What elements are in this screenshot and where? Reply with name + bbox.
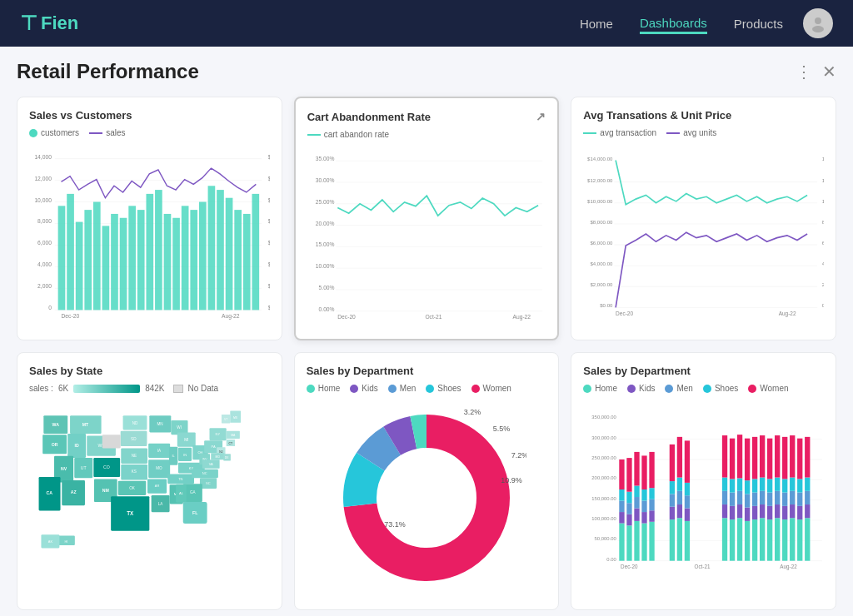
legend-shoes: Shoes [426, 384, 461, 393]
state-nd-nodata [102, 435, 121, 448]
svg-text:KS: KS [132, 469, 137, 474]
avatar[interactable] [803, 8, 833, 38]
dept-bar-legend-home: Home [583, 384, 617, 393]
svg-rect-27 [67, 194, 74, 310]
svg-rect-196 [685, 483, 690, 495]
sales-vs-customers-card: Sales vs Customers customers sales 0 2,0… [17, 97, 282, 340]
sales-vs-customers-area: 0 2,000 4,000 6,000 8,000 10,000 12,000 … [29, 142, 270, 325]
dept-shoes-dot [703, 385, 711, 393]
svg-rect-180 [650, 499, 655, 511]
svg-text:10,000: 10,000 [34, 197, 52, 203]
svg-text:TN: TN [178, 477, 182, 481]
page-actions: ⋮ ✕ [796, 62, 836, 82]
donut-label-men: 7.2% [511, 451, 526, 460]
cart-rate-label: cart abandon rate [324, 130, 389, 139]
svg-text:8.00: 8.00 [822, 220, 824, 225]
svg-rect-187 [670, 445, 675, 481]
svg-rect-182 [650, 452, 655, 488]
svg-text:2.00: 2.00 [822, 282, 824, 287]
svg-rect-184 [670, 507, 675, 519]
svg-rect-224 [760, 504, 765, 518]
header: ⊤ Fien Home Dashboards Products [0, 0, 853, 47]
svg-rect-201 [722, 478, 727, 491]
avg-transactions-legend: avg transaction avg units [583, 128, 824, 137]
svg-rect-202 [722, 435, 727, 478]
legend-avg-transaction: avg transaction [583, 128, 656, 137]
svg-text:MT: MT [82, 422, 89, 427]
svg-text:0.00: 0.00 [822, 303, 824, 308]
legend-cart-rate: cart abandon rate [307, 130, 389, 139]
svg-text:MD: MD [216, 455, 221, 459]
svg-rect-206 [730, 479, 735, 492]
svg-rect-230 [767, 493, 772, 506]
svg-rect-197 [685, 440, 690, 483]
svg-text:Aug-22: Aug-22 [779, 310, 796, 317]
svg-text:NM: NM [102, 488, 109, 493]
nav-products[interactable]: Products [734, 13, 783, 34]
svg-text:OR: OR [52, 442, 58, 447]
sales-by-state-card: Sales by State sales : 6K 842K No Data W… [17, 352, 282, 610]
svg-text:12.00: 12.00 [822, 178, 824, 183]
svg-rect-203 [730, 519, 735, 561]
svg-rect-255 [805, 491, 810, 504]
svg-text:$0: $0 [268, 305, 270, 310]
svg-rect-45 [226, 198, 233, 310]
men-dot [388, 385, 397, 393]
svg-text:20.00%: 20.00% [316, 221, 335, 226]
expand-icon[interactable]: ↗ [536, 110, 546, 123]
svg-text:300,000.00: 300,000.00 [592, 435, 617, 440]
svg-rect-42 [199, 202, 207, 310]
nav-dashboards[interactable]: Dashboards [640, 12, 707, 34]
svg-rect-33 [120, 218, 127, 310]
legend-kids: Kids [350, 384, 377, 393]
svg-text:$200,000: $200,000 [268, 218, 270, 224]
svg-text:Aug-22: Aug-22 [512, 314, 531, 320]
women-dot [471, 385, 480, 393]
svg-rect-226 [760, 478, 765, 491]
svg-text:GA: GA [190, 490, 197, 494]
dept-kids-dot [627, 385, 636, 393]
sales-by-dept-bar-title: Sales by Department [583, 365, 824, 377]
svg-text:NE: NE [132, 454, 137, 458]
logo-text: Fien [41, 12, 78, 34]
svg-text:35.00%: 35.00% [316, 156, 335, 161]
svg-text:FL: FL [192, 510, 198, 515]
svg-rect-234 [775, 504, 780, 518]
svg-text:HI: HI [64, 539, 67, 544]
svg-rect-214 [745, 508, 750, 521]
svg-text:NV: NV [61, 466, 67, 471]
svg-text:LA: LA [158, 502, 164, 506]
dept-bar-legend-kids: Kids [627, 384, 655, 393]
svg-rect-220 [752, 493, 757, 506]
svg-text:TX: TX [127, 510, 134, 516]
home-dot [307, 385, 315, 393]
close-icon[interactable]: ✕ [822, 62, 836, 82]
svg-text:10.00%: 10.00% [316, 263, 335, 269]
dept-home-dot [583, 385, 591, 393]
dept-men-dot [665, 385, 673, 393]
svg-point-1 [812, 26, 824, 32]
kids-dot [350, 385, 358, 393]
legend-home: Home [307, 384, 341, 393]
svg-rect-215 [745, 494, 750, 507]
svg-rect-233 [775, 518, 780, 560]
svg-rect-36 [146, 194, 153, 310]
nav-home[interactable]: Home [580, 13, 613, 34]
svg-rect-243 [790, 518, 795, 560]
svg-rect-166 [627, 492, 632, 504]
svg-rect-242 [782, 437, 787, 479]
donut-center [380, 451, 473, 544]
more-options-icon[interactable]: ⋮ [796, 62, 812, 82]
svg-rect-219 [752, 506, 757, 519]
customers-label: customers [41, 128, 79, 137]
svg-rect-193 [685, 521, 690, 561]
svg-rect-28 [76, 222, 83, 310]
svg-text:50,000.00: 50,000.00 [595, 536, 617, 541]
svg-text:$14,000.00: $14,000.00 [587, 156, 613, 161]
svg-text:MN: MN [157, 422, 162, 426]
svg-text:Dec-20: Dec-20 [621, 564, 638, 569]
page-title: Retail Performance [17, 60, 199, 83]
svg-rect-160 [620, 501, 625, 513]
donut-legend: Home Kids Men Shoes Women [307, 384, 547, 393]
svg-rect-250 [797, 493, 802, 506]
